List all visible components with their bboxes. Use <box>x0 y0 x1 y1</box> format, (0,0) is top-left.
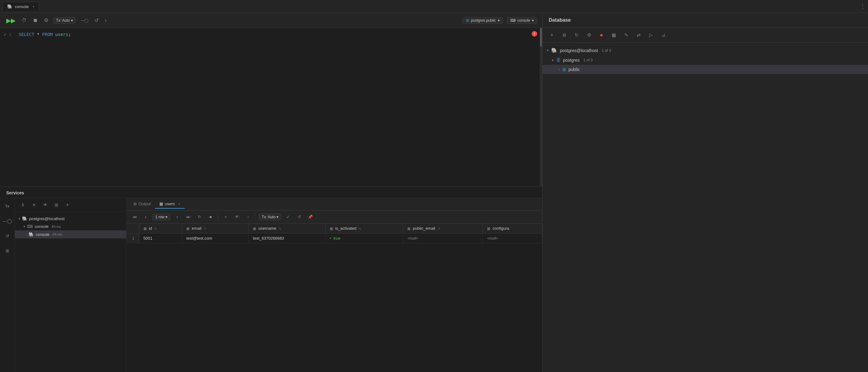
tx-icon: Tx <box>5 204 9 208</box>
db-red-button[interactable]: ■ <box>596 30 607 40</box>
key-button[interactable]: —◯ <box>80 17 90 24</box>
data-table-container[interactable]: ▦ id ⇅ ▦ email ⇅ <box>126 223 542 372</box>
code-editor[interactable]: ✓ 1 SELECT * FROM users; ! <box>0 28 542 186</box>
db-play-button[interactable]: ▷ <box>646 30 656 40</box>
tree-item-host[interactable]: ▾ 🐘 postgres@localhost <box>15 215 126 223</box>
db-grid-button[interactable]: ▦ <box>609 30 619 40</box>
col-is-activated-sort[interactable]: ⇅ <box>359 227 361 230</box>
db-grid-icon: ▦ <box>612 32 616 38</box>
db-refresh-button[interactable]: ↻ <box>571 30 582 40</box>
close-tree-button[interactable]: ✕ <box>30 200 38 209</box>
col-email-icon: ▦ <box>186 227 189 230</box>
cell-username[interactable]: test_6370266683 <box>248 234 325 243</box>
tab-users[interactable]: ▦ users ✕ <box>155 199 185 209</box>
tx-sidebar-button[interactable]: Tx <box>2 201 12 211</box>
refresh-button[interactable]: ↻ <box>195 213 204 221</box>
cell-email[interactable]: test@test.com <box>182 234 248 243</box>
col-id[interactable]: ▦ id ⇅ <box>139 223 182 234</box>
new-tab-tree-button[interactable]: ⊞ <box>52 200 61 209</box>
db-tree-item-db[interactable]: ▾ 🗄 postgres 1 of 3 <box>542 56 868 65</box>
watch-icon: 👁 <box>235 215 239 219</box>
toolbar-divider-2 <box>255 214 256 220</box>
cell-configura[interactable]: <null> <box>483 234 542 243</box>
db-split-button[interactable]: ⇄ <box>633 30 644 40</box>
prev-page-button[interactable]: ‹ <box>142 213 150 221</box>
revert-icon: ↺ <box>298 215 301 219</box>
col-configura[interactable]: ▦ configura <box>483 223 542 234</box>
pin-button[interactable]: 📌 <box>306 213 315 221</box>
tab-output[interactable]: ⊞ Output <box>129 199 155 209</box>
add-row-button[interactable]: + <box>221 213 230 221</box>
next-page-button[interactable]: › <box>173 213 181 221</box>
users-tab-close[interactable]: ✕ <box>178 202 180 206</box>
col-email-sort[interactable]: ⇅ <box>204 227 206 230</box>
upload-icon: ↑ <box>247 215 249 219</box>
col-is-activated[interactable]: ▦ is_activated ⇅ <box>325 223 403 234</box>
expand-icon: ▾ <box>19 217 20 220</box>
db-settings-button[interactable]: ⚙ <box>584 30 594 40</box>
cell-id[interactable]: 5001 <box>139 234 182 243</box>
close-icon: ✕ <box>32 203 36 207</box>
vertical-scrollbar[interactable] <box>540 28 542 186</box>
cell-rownum: 1 <box>126 234 139 243</box>
last-page-button[interactable]: ⏭ <box>184 213 192 221</box>
col-email[interactable]: ▦ email ⇅ <box>182 223 248 234</box>
tree-item-console-parent[interactable]: ▾ ⌨ console 84 ms <box>15 223 126 230</box>
undo-button[interactable]: ↺ <box>93 16 100 25</box>
results-toolbar: ⏮ ‹ 1 row ▾ › ⏭ <box>126 211 542 223</box>
cell-public-email[interactable]: <null> <box>403 234 483 243</box>
eye-tree-button[interactable]: 👁 <box>41 200 50 209</box>
table-row[interactable]: 1 5001 test@test.com test_6370266683 • t… <box>126 234 542 243</box>
db-play-icon: ▷ <box>649 32 653 38</box>
first-page-button[interactable]: ⏮ <box>130 213 139 221</box>
grid-sidebar-button[interactable]: ⊞ <box>2 246 12 256</box>
col-configura-label: configura <box>493 226 509 230</box>
db-tree-item-schema[interactable]: › ⊞ public <box>542 65 868 74</box>
scrollbar-thumb[interactable] <box>540 28 542 46</box>
console-selector[interactable]: ⌨ console ▾ <box>507 17 537 24</box>
row-count-selector[interactable]: 1 row ▾ <box>153 214 170 220</box>
db-tree-item-host[interactable]: ▾ 🐘 postgres@localhost 1 of 3 <box>542 45 868 56</box>
pg-icon: 🐘 <box>22 216 27 221</box>
col-id-sort[interactable]: ⇅ <box>154 227 157 230</box>
revert-button[interactable]: ↺ <box>295 213 304 221</box>
run-button[interactable]: ▶ <box>5 16 17 25</box>
code-content[interactable]: SELECT * FROM users; <box>16 31 542 183</box>
stop-results-button[interactable]: ■ <box>206 213 215 221</box>
console-chevron-icon: ▾ <box>532 18 534 23</box>
arrow-right-button[interactable]: › <box>103 16 108 25</box>
tx-results-selector[interactable]: Tx: Auto ▾ <box>259 214 281 220</box>
db-add-button[interactable]: + <box>547 30 557 40</box>
col-username-sort[interactable]: ⇅ <box>279 227 281 230</box>
clock-icon: ⏱ <box>22 18 27 23</box>
col-public-email-sort[interactable]: ⇅ <box>438 227 440 230</box>
schema-selector[interactable]: ⊞ postgres.public ▾ <box>463 17 503 24</box>
collapse-tree-button[interactable]: ⇕ <box>19 200 27 209</box>
upload-button[interactable]: ↑ <box>244 213 252 221</box>
db-settings-icon: ⚙ <box>587 32 591 38</box>
tab-console[interactable]: 🐘 console × <box>2 2 39 11</box>
right-panel: Database + ⧉ ↻ ⚙ ■ ▦ ✎ <box>542 13 868 372</box>
db-filter-button[interactable]: ⊿ <box>658 30 669 40</box>
more-tabs-button[interactable]: ⋮ <box>860 3 866 10</box>
left-panel: ▶ ⏱ ⏹ ⚙ Tx: Auto ▾ —◯ <box>0 13 542 372</box>
tree-item-console-child[interactable]: 🐘 console 84 ms <box>15 230 126 238</box>
settings-button[interactable]: ⚙ <box>43 16 50 25</box>
schema-label: postgres.public <box>471 18 496 23</box>
history-button[interactable]: ⏱ <box>21 17 28 25</box>
db-pencil-button[interactable]: ✎ <box>621 30 631 40</box>
tx-dropdown[interactable]: Tx: Auto ▾ <box>53 17 75 24</box>
line-num-1: ✓ 1 <box>4 31 12 38</box>
add-tree-button[interactable]: + <box>63 200 72 209</box>
stop-button[interactable]: ⏹ <box>32 17 39 25</box>
undo-sidebar-button[interactable]: ↺ <box>2 231 12 241</box>
key-sidebar-button[interactable]: —◯ <box>2 216 12 226</box>
cell-is-activated[interactable]: • true <box>325 234 403 243</box>
db-toolbar: + ⧉ ↻ ⚙ ■ ▦ ✎ ⇄ ▷ <box>542 28 868 43</box>
db-copy-button[interactable]: ⧉ <box>559 30 569 40</box>
col-public-email[interactable]: ▦ public_email ⇅ <box>403 223 483 234</box>
confirm-button[interactable]: ✓ <box>284 213 292 221</box>
watch-button[interactable]: 👁 <box>232 213 241 221</box>
col-username[interactable]: ▦ username ⇅ <box>248 223 325 234</box>
tab-close-button[interactable]: × <box>33 5 34 8</box>
